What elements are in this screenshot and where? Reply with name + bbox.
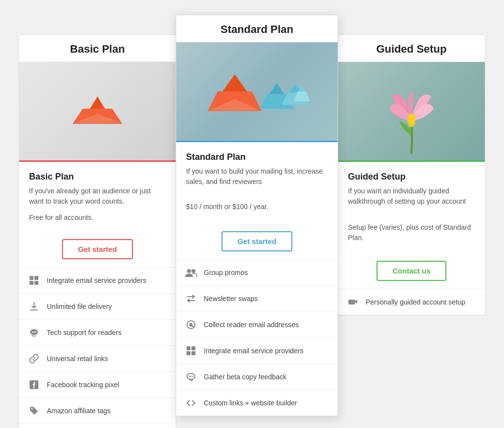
standard-boats-icon (203, 60, 311, 123)
basic-plan-name: Basic Plan (29, 172, 166, 182)
guided-plan-image (338, 62, 485, 160)
basic-plan-header: Basic Plan (19, 35, 176, 62)
svg-rect-32 (187, 346, 190, 350)
grid-icon (27, 274, 41, 287)
list-item: Newsletter swaps (176, 286, 338, 312)
basic-btn-area: Get started (19, 231, 176, 268)
guided-flower-icon (372, 67, 451, 155)
plans-container: Basic Plan Basic Plan If you've already … (19, 15, 485, 428)
basic-plan-image (19, 62, 176, 160)
guided-plan-fee: Setup fee (varies), plus cost of Standar… (348, 222, 475, 243)
group-promos-icon (184, 266, 198, 279)
feature-label: Newsletter swaps (204, 295, 258, 303)
list-item: Gather beta copy feedback (176, 364, 338, 390)
guided-plan-name: Guided Setup (348, 172, 475, 182)
svg-point-14 (32, 408, 33, 410)
standard-plan-name: Standard Plan (186, 152, 328, 162)
list-item: Amazon affiliate tags (19, 398, 176, 424)
list-item: Collect reader email addresses (176, 312, 338, 338)
basic-plan-card: Basic Plan Basic Plan If you've already … (19, 34, 176, 428)
basic-plan-body: Basic Plan If you've already got an audi… (19, 160, 176, 428)
code-icon (184, 396, 198, 410)
svg-rect-35 (191, 351, 195, 355)
standard-plan-image (176, 42, 338, 141)
svg-marker-1 (90, 96, 105, 109)
feature-label: Collect reader email addresses (204, 321, 299, 329)
svg-rect-33 (191, 346, 195, 350)
facebook-icon (27, 378, 41, 392)
feature-label: Integrate email service providers (47, 276, 146, 284)
feature-label: Custom links + website builder (204, 399, 297, 407)
svg-rect-5 (34, 276, 38, 280)
standard-feature-list: Group promos Newsletter swaps Collect re… (176, 260, 338, 416)
link-icon (27, 352, 41, 366)
svg-rect-7 (34, 281, 38, 285)
svg-point-12 (35, 332, 36, 333)
list-item: Integrate email service providers (19, 268, 176, 294)
feature-label: Personally guided account setup (366, 298, 465, 306)
basic-boat-icon (63, 87, 132, 136)
svg-rect-34 (187, 351, 190, 355)
list-item: Tech support for readers (19, 320, 176, 346)
svg-marker-20 (222, 74, 247, 92)
basic-feature-list: Integrate email service providers Unlimi… (19, 268, 176, 428)
svg-rect-4 (30, 276, 33, 280)
standard-plan-header: Standard Plan (176, 15, 338, 42)
standard-plan-description: If you want to build your mailing list, … (186, 166, 328, 187)
guided-plan-description: If you want an individually guided walkt… (348, 186, 475, 207)
svg-point-39 (192, 376, 193, 377)
list-item: Facebook tracking pixel (19, 372, 176, 398)
download-icon (27, 300, 41, 313)
guided-plan-header: Guided Setup (338, 35, 485, 62)
svg-point-28 (187, 269, 191, 273)
feature-label: Amazon affiliate tags (47, 407, 111, 415)
guided-plan-body: Guided Setup If you want an individually… (338, 160, 485, 315)
basic-plan-free: Free for all accounts. (29, 214, 166, 221)
chat-icon (27, 326, 41, 339)
standard-plan-card: Standard Plan Standard Plan (176, 15, 338, 416)
list-item: Track word count goals (19, 424, 176, 428)
video-icon (346, 295, 360, 309)
feature-label: Integrate email service providers (204, 347, 303, 355)
basic-plan-description: If you've already got an audience or jus… (29, 186, 166, 207)
feature-label: Unlimited file delivery (47, 303, 112, 310)
beta-feedback-icon (184, 370, 198, 384)
svg-point-38 (190, 376, 191, 377)
feature-label: Group promos (204, 269, 248, 276)
feature-label: Tech support for readers (47, 329, 122, 336)
svg-marker-23 (269, 83, 284, 94)
guided-btn-area: Contact us (338, 253, 485, 289)
svg-point-37 (189, 376, 190, 377)
integrate-email-icon (184, 344, 198, 358)
list-item: Custom links + website builder (176, 390, 338, 416)
standard-plan-body: Standard Plan If you want to build your … (176, 141, 338, 416)
list-item: Personally guided account setup (338, 289, 485, 315)
svg-point-40 (408, 113, 415, 127)
feature-label: Universal retail links (47, 355, 108, 363)
svg-point-11 (33, 332, 34, 333)
standard-get-started-button[interactable]: Get started (221, 231, 292, 251)
svg-marker-27 (299, 85, 306, 92)
list-item: Integrate email service providers (176, 338, 338, 364)
guided-feature-list: Personally guided account setup (338, 289, 485, 315)
svg-rect-41 (348, 300, 355, 305)
svg-rect-6 (30, 281, 33, 285)
guided-contact-button[interactable]: Contact us (377, 261, 446, 281)
at-icon (184, 318, 198, 332)
list-item: Unlimited file delivery (19, 294, 176, 320)
swap-icon (184, 292, 198, 306)
standard-plan-price: $10 / month or $100 / year. (186, 203, 328, 211)
svg-rect-8 (30, 309, 38, 310)
feature-label: Gather beta copy feedback (204, 373, 286, 381)
svg-point-29 (191, 269, 195, 273)
svg-point-10 (32, 332, 33, 333)
feature-label: Facebook tracking pixel (47, 381, 119, 389)
guided-plan-card: Guided Setup Guided Setup (338, 34, 485, 315)
standard-btn-area: Get started (176, 223, 338, 260)
tag-icon (27, 404, 41, 418)
list-item: Universal retail links (19, 346, 176, 372)
list-item: Group promos (176, 260, 338, 286)
basic-get-started-button[interactable]: Get started (62, 239, 132, 259)
